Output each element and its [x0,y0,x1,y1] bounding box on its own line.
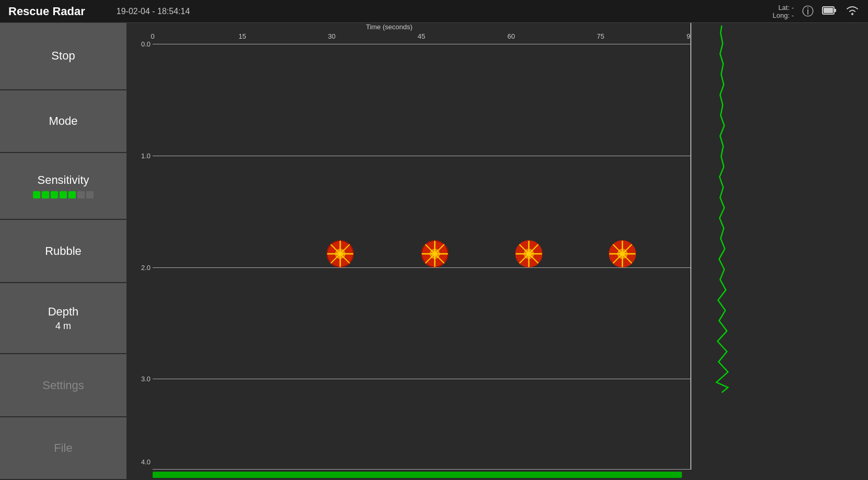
svg-rect-1 [834,9,836,12]
sensitivity-bar-0 [33,191,40,198]
sensitivity-bars [33,191,94,198]
svg-point-33 [620,252,624,256]
depth-label-1: 1.0 [126,151,151,159]
progress-bar [153,472,682,478]
grid-line-4 [153,469,690,470]
header: Rescue Radar 19-02-04 - 18:54:14 Lat: - … [0,0,868,23]
depth-label-3: 3.0 [126,375,151,383]
waveform-panel [690,23,868,470]
svg-point-26 [527,252,531,256]
grid-line-1 [153,156,690,156]
sensitivity-bar-4 [68,191,76,198]
gps-lat: Lat: - [773,4,794,11]
datetime: 19-02-04 - 18:54:14 [117,7,773,16]
help-icon[interactable]: ⓘ [802,4,814,19]
depth-label-2: 2.0 [126,263,151,271]
svg-point-11 [338,252,342,256]
sensitivity-label: Sensitivity [37,173,89,187]
time-axis: Time (seconds) 0 15 30 45 60 75 90 [153,23,690,44]
radar-plot: Time (seconds) 0 15 30 45 60 75 90 0 [126,23,690,470]
depth-label-0: 0.0 [126,40,151,48]
depth-label: Depth [48,305,79,319]
time-axis-label: Time (seconds) [366,23,412,31]
chart-container: Time (seconds) 0 15 30 45 60 75 90 0 [126,23,868,480]
chart-left: Time (seconds) 0 15 30 45 60 75 90 0 [126,23,690,470]
rubble-button[interactable]: Rubble [0,220,126,283]
detection-dot-2 [421,240,449,268]
grid-line-3 [153,379,690,379]
waveform-svg [690,23,868,470]
gps-info: Lat: - Long: - [773,4,794,19]
battery-icon [822,5,837,18]
depth-button[interactable]: Depth 4 m [0,283,126,355]
depth-value: 4 m [55,321,71,332]
chart-main: Time (seconds) 0 15 30 45 60 75 90 0 [126,23,868,470]
svg-point-19 [433,252,437,256]
sensitivity-bar-6 [86,191,94,198]
header-right: Lat: - Long: - ⓘ [773,4,860,19]
detection-dot-1 [326,240,354,268]
sidebar: Stop Mode Sensitivity Rubble Depth 4 m S… [0,23,126,480]
main-layout: Stop Mode Sensitivity Rubble Depth 4 m S… [0,23,868,480]
time-tick-15: 15 [239,32,246,40]
time-tick-0: 0 [151,32,154,40]
mode-button[interactable]: Mode [0,90,126,153]
depth-label-4: 4.0 [126,458,151,466]
time-tick-30: 30 [328,32,335,40]
gps-long: Long: - [773,11,794,19]
sensitivity-bar-5 [77,191,85,198]
sensitivity-bar-3 [60,191,67,198]
svg-rect-2 [824,8,833,13]
file-button[interactable]: File [0,417,126,480]
wifi-icon [845,4,860,19]
progress-bar-container [126,470,868,480]
sensitivity-bar-2 [51,191,58,198]
app-title: Rescue Radar [8,5,85,18]
detection-dot-3 [515,240,543,268]
settings-button[interactable]: Settings [0,354,126,417]
time-tick-60: 60 [507,32,515,40]
grid-line-0 [153,44,690,44]
svg-point-3 [851,13,853,15]
stop-button[interactable]: Stop [0,23,126,90]
sensitivity-button[interactable]: Sensitivity [0,153,126,220]
sensitivity-bar-1 [42,191,49,198]
time-tick-45: 45 [418,32,425,40]
time-tick-75: 75 [597,32,604,40]
detection-dot-4 [608,240,636,268]
